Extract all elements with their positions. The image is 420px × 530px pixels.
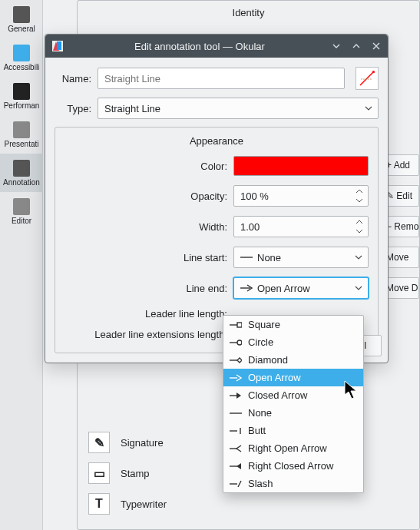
type-combo-value: Straight Line — [104, 103, 160, 114]
opacity-spinbox[interactable]: 100 % — [233, 185, 369, 207]
line-end-combo[interactable]: Open Arrow — [233, 277, 369, 299]
name-input[interactable] — [98, 68, 345, 89]
dropdown-item-label: Open Arrow — [248, 372, 301, 383]
dropdown-item-label: Closed Arrow — [248, 389, 307, 401]
line-end-value: Open Arrow — [257, 283, 310, 294]
dropdown-item-right-closed-arrow[interactable]: Right Closed Arrow — [223, 457, 363, 475]
dropdown-item-slash[interactable]: Slash — [223, 475, 363, 492]
dropdown-item-label: Diamond — [248, 354, 288, 366]
closed-arrow-icon — [230, 390, 242, 401]
diamond-icon — [230, 355, 242, 366]
chevron-down-icon — [354, 253, 363, 262]
sidebar-item-performan[interactable]: Performan — [0, 77, 43, 115]
width-label: Width: — [64, 221, 233, 233]
width-value: 1.00 — [240, 221, 260, 233]
sidebar-label: Presentati — [4, 140, 38, 148]
sidebar-item-presentati[interactable]: Presentati — [0, 115, 43, 154]
list-item[interactable]: TTypewriter — [84, 489, 342, 519]
list-item-icon: ✎ — [88, 432, 110, 453]
sidebar-icon — [13, 45, 30, 61]
dropdown-item-label: Square — [248, 319, 280, 330]
sidebar-label: Accessibili — [4, 63, 40, 71]
opacity-label: Opacity: — [64, 190, 233, 202]
name-label: Name: — [55, 73, 91, 84]
list-item-label: Signature — [121, 437, 164, 449]
line-start-label: Line start: — [64, 252, 233, 263]
list-item-icon: ▭ — [88, 462, 110, 484]
dropdown-item-diamond[interactable]: Diamond — [223, 351, 363, 369]
list-item-label: Typewriter — [121, 499, 167, 510]
sidebar-label: Editor — [12, 217, 31, 225]
edit-annotation-dialog: Edit annotation tool — Okular Name: Type… — [45, 34, 389, 363]
chevron-down-icon — [354, 283, 363, 293]
none-icon — [240, 252, 253, 263]
width-up[interactable] — [354, 218, 365, 226]
svg-rect-7 — [237, 323, 242, 327]
svg-rect-1 — [57, 41, 61, 50]
dropdown-item-butt[interactable]: Butt — [223, 422, 363, 439]
open-arrow-icon — [240, 283, 253, 293]
width-spinbox[interactable]: 1.00 — [233, 216, 369, 237]
color-button[interactable] — [233, 156, 369, 176]
leader-line-label: Leader line length: — [64, 308, 233, 320]
dropdown-item-closed-arrow[interactable]: Closed Arrow — [223, 386, 363, 404]
sidebar-icon — [13, 121, 30, 138]
sidebar-item-accessibili[interactable]: Accessibili — [0, 38, 43, 77]
open-arrow-icon — [230, 373, 242, 383]
sidebar-label: General — [8, 25, 35, 33]
square-icon — [230, 320, 242, 330]
dropdown-item-label: Circle — [248, 336, 273, 348]
leader-ext-label: Leader line extensions length: — [64, 329, 233, 340]
sidebar-label: Annotation — [3, 178, 40, 187]
sidebar-icon — [13, 6, 30, 23]
slash-icon — [230, 479, 242, 489]
sidebar-icon — [13, 83, 30, 100]
dropdown-item-label: Right Open Arrow — [248, 442, 327, 454]
minimize-button[interactable] — [329, 39, 343, 53]
color-label: Color: — [64, 161, 233, 172]
list-item-icon: T — [88, 493, 110, 515]
chevron-down-icon — [364, 104, 373, 113]
settings-sidebar: GeneralAccessibiliPerformanPresentatiAnn… — [0, 0, 43, 530]
dropdown-item-none[interactable]: None — [223, 404, 363, 422]
sidebar-icon — [13, 198, 30, 215]
line-start-value: None — [257, 252, 281, 263]
maximize-button[interactable] — [349, 39, 363, 53]
dropdown-item-circle[interactable]: Circle — [223, 333, 363, 351]
close-button[interactable] — [369, 39, 383, 53]
list-item-label: Stamp — [121, 468, 150, 479]
svg-line-20 — [238, 481, 241, 487]
opacity-value: 100 % — [240, 190, 269, 202]
sidebar-label: Performan — [4, 101, 40, 110]
dropdown-item-square[interactable]: Square — [223, 316, 363, 333]
type-combo[interactable]: Straight Line — [98, 98, 379, 119]
type-label: Type: — [55, 103, 91, 114]
dropdown-item-right-open-arrow[interactable]: Right Open Arrow — [223, 439, 363, 457]
dropdown-item-label: Slash — [248, 478, 273, 489]
svg-point-9 — [237, 340, 242, 345]
dropdown-item-open-arrow[interactable]: Open Arrow — [223, 369, 363, 386]
dialog-titlebar: Edit annotation tool — Okular — [45, 35, 388, 58]
sidebar-icon — [13, 160, 30, 177]
line-start-combo[interactable]: None — [233, 247, 369, 268]
line-end-dropdown: SquareCircleDiamondOpen ArrowClosed Arro… — [223, 315, 364, 493]
appearance-title: Appearance — [64, 135, 369, 147]
dropdown-item-label: Butt — [248, 425, 266, 436]
sidebar-item-editor[interactable]: Editor — [0, 192, 43, 230]
right-closed-arrow-icon — [230, 461, 242, 472]
dialog-title: Edit annotation tool — Okular — [70, 41, 329, 52]
sidebar-item-annotation[interactable]: Annotation — [0, 154, 43, 192]
tool-preview — [356, 67, 379, 90]
opacity-down[interactable] — [354, 197, 365, 204]
opacity-up[interactable] — [354, 187, 365, 195]
none-icon — [230, 408, 242, 419]
app-icon — [51, 40, 64, 52]
svg-line-2 — [360, 71, 374, 85]
sidebar-item-general[interactable]: General — [0, 0, 43, 38]
width-down[interactable] — [354, 227, 365, 235]
circle-icon — [230, 337, 242, 348]
right-open-arrow-icon — [230, 443, 242, 454]
line-end-label: Line end: — [64, 283, 233, 294]
dropdown-item-label: None — [248, 407, 272, 419]
butt-icon — [230, 426, 242, 436]
